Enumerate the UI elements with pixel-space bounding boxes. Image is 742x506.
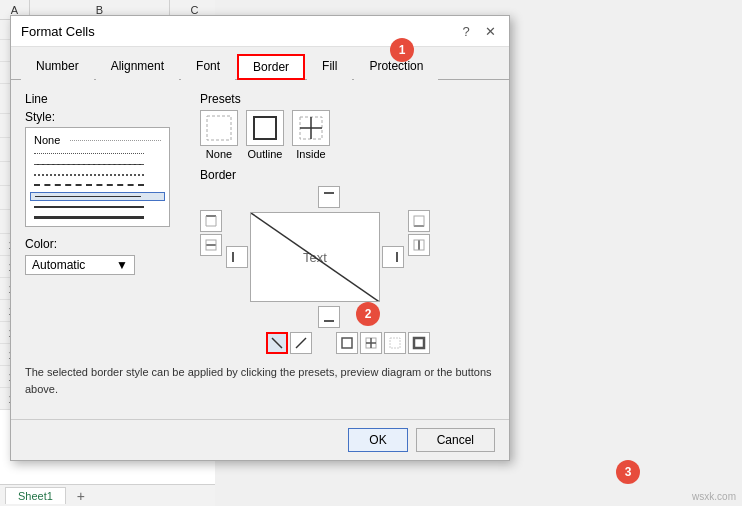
preset-outline-button[interactable]	[246, 110, 284, 146]
preset-outline-icon	[251, 114, 279, 142]
line-style-thick[interactable]	[30, 214, 165, 222]
preset-inside-icon	[297, 114, 325, 142]
border-diag-down-icon	[270, 336, 284, 350]
presets-row: None Outline	[200, 110, 495, 160]
dialog-help-button[interactable]: ?	[457, 22, 475, 40]
color-section: Color: Automatic ▼	[25, 237, 180, 275]
border-thick-outer-icon	[412, 336, 426, 350]
sheet-tab-sheet1[interactable]: Sheet1	[5, 487, 66, 504]
line-styles-box: None	[25, 127, 170, 227]
preset-inside-label: Inside	[296, 148, 325, 160]
preset-outline[interactable]: Outline	[246, 110, 284, 160]
svg-rect-26	[390, 338, 400, 348]
line-section: Line Style: None	[25, 92, 180, 354]
border-no-button[interactable]	[384, 332, 406, 354]
border-right-button[interactable]	[382, 246, 404, 268]
border-thick-outer-button[interactable]	[408, 332, 430, 354]
line-style-dotted[interactable]	[30, 150, 165, 158]
border-preview-box[interactable]: Text	[250, 212, 380, 302]
tab-font[interactable]: Font	[181, 54, 235, 80]
border-right-icon	[386, 250, 400, 264]
border-middle-h-button[interactable]	[200, 234, 222, 256]
dialog-tabs: Number Alignment Font Border Fill Protec…	[11, 47, 509, 80]
color-dropdown[interactable]: Automatic ▼	[25, 255, 135, 275]
border-bottom-line-icon	[322, 310, 336, 324]
border-middle-h-icon	[204, 238, 218, 252]
tab-fill[interactable]: Fill	[307, 54, 352, 80]
presets-label: Presets	[200, 92, 495, 106]
tab-number[interactable]: Number	[21, 54, 94, 80]
border-no-icon	[388, 336, 402, 350]
svg-line-21	[296, 338, 306, 348]
tab-alignment[interactable]: Alignment	[96, 54, 179, 80]
dropdown-arrow-icon: ▼	[116, 258, 128, 272]
cancel-button[interactable]: Cancel	[416, 428, 495, 452]
watermark: wsxk.com	[692, 491, 736, 502]
border-middle-v-icon	[412, 238, 426, 252]
svg-rect-0	[207, 116, 231, 140]
preset-none-label: None	[206, 148, 232, 160]
border-bottom-line-button[interactable]	[318, 306, 340, 328]
svg-line-13	[251, 213, 379, 301]
dialog-main-row: Line Style: None	[25, 92, 495, 354]
border-bottom-button[interactable]	[408, 210, 430, 232]
line-style-dashed[interactable]	[30, 181, 165, 189]
right-section: Presets None	[200, 92, 495, 354]
line-style-thin[interactable]	[30, 192, 165, 202]
ok-button[interactable]: OK	[348, 428, 407, 452]
border-left-icon	[230, 250, 244, 264]
border-outer-button[interactable]	[336, 332, 358, 354]
preset-none-button[interactable]	[200, 110, 238, 146]
preset-inside-button[interactable]	[292, 110, 330, 146]
border-outer-icon	[340, 336, 354, 350]
tab-protection[interactable]: Protection	[354, 54, 438, 80]
border-bottom-icon	[412, 214, 426, 228]
svg-line-20	[272, 338, 282, 348]
preset-none[interactable]: None	[200, 110, 238, 160]
border-section-label: Border	[200, 168, 495, 182]
line-style-medium[interactable]	[30, 203, 165, 211]
dialog-footer: OK Cancel	[11, 419, 509, 460]
border-inner-icon	[364, 336, 378, 350]
border-inner-button[interactable]	[360, 332, 382, 354]
dialog-close-button[interactable]: ✕	[481, 22, 499, 40]
dialog-title: Format Cells	[21, 24, 95, 39]
sheet-tabs-bar: Sheet1 +	[0, 484, 220, 506]
line-style-none[interactable]: None	[30, 132, 165, 148]
style-label: Style:	[25, 110, 180, 124]
border-diag-down-button[interactable]	[266, 332, 288, 354]
dialog-titlebar: Format Cells ? ✕	[11, 16, 509, 47]
border-diagonal-line	[251, 213, 379, 301]
svg-rect-22	[342, 338, 352, 348]
svg-rect-17	[414, 216, 424, 226]
format-cells-dialog: Format Cells ? ✕ Number Alignment Font B…	[10, 15, 510, 461]
border-top-button[interactable]	[200, 210, 222, 232]
border-btn-row	[200, 332, 495, 354]
border-top-line-button[interactable]	[318, 186, 340, 208]
border-diag-up-button[interactable]	[290, 332, 312, 354]
svg-rect-1	[254, 117, 276, 139]
border-top-line-icon	[322, 190, 336, 204]
preset-outline-label: Outline	[248, 148, 283, 160]
dialog-body: Line Style: None	[11, 80, 509, 419]
border-left-button[interactable]	[226, 246, 248, 268]
line-style-dash-dot[interactable]	[30, 171, 165, 179]
preset-none-icon	[205, 114, 233, 142]
line-section-label: Line	[25, 92, 180, 106]
svg-rect-27	[414, 338, 424, 348]
dialog-controls: ? ✕	[457, 22, 499, 40]
color-value: Automatic	[32, 258, 85, 272]
color-label: Color:	[25, 237, 180, 251]
border-middle-v-button[interactable]	[408, 234, 430, 256]
sheet-add-button[interactable]: +	[72, 487, 90, 505]
border-top-icon	[204, 214, 218, 228]
border-diag-up-icon	[294, 336, 308, 350]
preset-inside[interactable]: Inside	[292, 110, 330, 160]
line-style-short-dashed[interactable]	[30, 160, 165, 168]
tab-border[interactable]: Border	[237, 54, 305, 80]
info-text: The selected border style can be applied…	[25, 364, 495, 397]
